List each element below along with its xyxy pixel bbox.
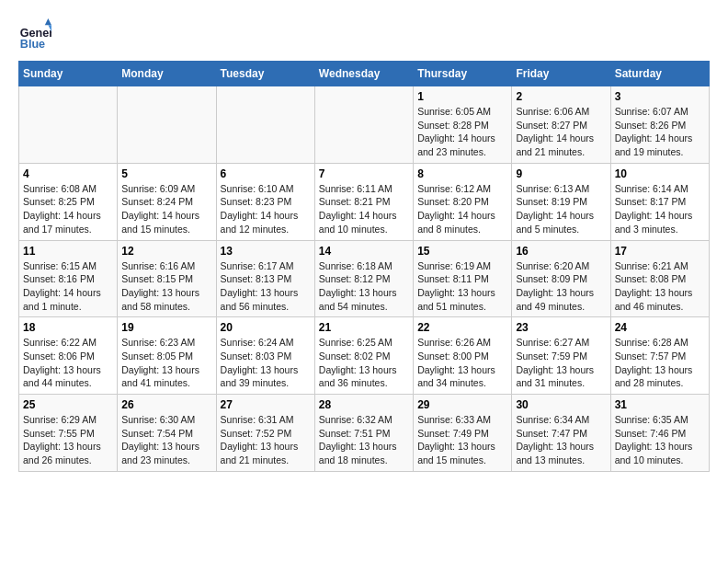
day-number: 16 [516, 245, 606, 258]
day-number: 5 [121, 167, 211, 180]
column-header-saturday: Saturday [610, 62, 709, 86]
column-header-tuesday: Tuesday [216, 62, 314, 86]
column-header-sunday: Sunday [19, 62, 118, 86]
week-row-4: 18Sunrise: 6:22 AM Sunset: 8:06 PM Dayli… [19, 317, 710, 395]
day-number: 13 [221, 245, 311, 258]
calendar-cell [19, 86, 118, 164]
calendar-cell: 4Sunrise: 6:08 AM Sunset: 8:25 PM Daylig… [19, 163, 118, 240]
day-info: Sunrise: 6:33 AM Sunset: 7:49 PM Dayligh… [417, 413, 507, 467]
day-info: Sunrise: 6:34 AM Sunset: 7:47 PM Dayligh… [516, 413, 606, 467]
calendar-cell: 22Sunrise: 6:26 AM Sunset: 8:00 PM Dayli… [414, 317, 512, 395]
calendar-cell: 15Sunrise: 6:19 AM Sunset: 8:11 PM Dayli… [414, 240, 512, 317]
calendar-cell: 29Sunrise: 6:33 AM Sunset: 7:49 PM Dayli… [414, 395, 512, 472]
svg-text:Blue: Blue [20, 38, 45, 51]
day-number: 31 [615, 398, 705, 411]
day-number: 17 [615, 245, 705, 258]
day-info: Sunrise: 6:31 AM Sunset: 7:52 PM Dayligh… [221, 413, 311, 467]
day-info: Sunrise: 6:24 AM Sunset: 8:03 PM Dayligh… [221, 336, 311, 390]
calendar-cell [118, 86, 216, 164]
day-number: 27 [221, 398, 311, 411]
calendar-cell: 11Sunrise: 6:15 AM Sunset: 8:16 PM Dayli… [19, 240, 118, 317]
calendar-cell: 30Sunrise: 6:34 AM Sunset: 7:47 PM Dayli… [512, 395, 610, 472]
calendar-cell: 24Sunrise: 6:28 AM Sunset: 7:57 PM Dayli… [610, 317, 709, 395]
day-number: 14 [319, 245, 409, 258]
page-header: General Blue [18, 18, 710, 52]
calendar-cell: 19Sunrise: 6:23 AM Sunset: 8:05 PM Dayli… [118, 317, 216, 395]
day-number: 23 [516, 321, 606, 334]
calendar-cell: 6Sunrise: 6:10 AM Sunset: 8:23 PM Daylig… [216, 163, 314, 240]
day-number: 8 [417, 167, 507, 180]
day-info: Sunrise: 6:17 AM Sunset: 8:13 PM Dayligh… [221, 259, 311, 314]
logo: General Blue [18, 18, 55, 52]
calendar-cell [314, 86, 413, 164]
calendar-cell: 21Sunrise: 6:25 AM Sunset: 8:02 PM Dayli… [314, 317, 413, 395]
day-info: Sunrise: 6:28 AM Sunset: 7:57 PM Dayligh… [615, 336, 705, 390]
day-number: 9 [516, 167, 606, 180]
day-info: Sunrise: 6:35 AM Sunset: 7:46 PM Dayligh… [615, 413, 705, 467]
svg-marker-2 [45, 18, 51, 25]
calendar-cell: 26Sunrise: 6:30 AM Sunset: 7:54 PM Dayli… [118, 395, 216, 472]
calendar-cell: 17Sunrise: 6:21 AM Sunset: 8:08 PM Dayli… [610, 240, 709, 317]
day-info: Sunrise: 6:11 AM Sunset: 8:21 PM Dayligh… [319, 182, 409, 236]
day-number: 6 [221, 167, 311, 180]
calendar-cell: 13Sunrise: 6:17 AM Sunset: 8:13 PM Dayli… [216, 240, 314, 317]
calendar-cell: 10Sunrise: 6:14 AM Sunset: 8:17 PM Dayli… [610, 163, 709, 240]
day-info: Sunrise: 6:18 AM Sunset: 8:12 PM Dayligh… [319, 259, 409, 314]
day-info: Sunrise: 6:12 AM Sunset: 8:20 PM Dayligh… [417, 182, 507, 236]
week-row-5: 25Sunrise: 6:29 AM Sunset: 7:55 PM Dayli… [19, 395, 710, 472]
day-info: Sunrise: 6:32 AM Sunset: 7:51 PM Dayligh… [319, 413, 409, 467]
day-info: Sunrise: 6:08 AM Sunset: 8:25 PM Dayligh… [23, 182, 113, 236]
week-row-1: 1Sunrise: 6:05 AM Sunset: 8:28 PM Daylig… [19, 86, 710, 164]
calendar-cell: 14Sunrise: 6:18 AM Sunset: 8:12 PM Dayli… [314, 240, 413, 317]
day-info: Sunrise: 6:23 AM Sunset: 8:05 PM Dayligh… [121, 336, 211, 390]
calendar-cell: 23Sunrise: 6:27 AM Sunset: 7:59 PM Dayli… [512, 317, 610, 395]
day-info: Sunrise: 6:06 AM Sunset: 8:27 PM Dayligh… [516, 105, 606, 159]
day-number: 2 [516, 90, 606, 103]
calendar-cell: 5Sunrise: 6:09 AM Sunset: 8:24 PM Daylig… [118, 163, 216, 240]
day-number: 10 [615, 167, 705, 180]
day-number: 15 [417, 245, 507, 258]
calendar-cell: 31Sunrise: 6:35 AM Sunset: 7:46 PM Dayli… [610, 395, 709, 472]
day-info: Sunrise: 6:10 AM Sunset: 8:23 PM Dayligh… [221, 182, 311, 236]
calendar-cell: 28Sunrise: 6:32 AM Sunset: 7:51 PM Dayli… [314, 395, 413, 472]
column-header-friday: Friday [512, 62, 610, 86]
day-number: 12 [121, 245, 211, 258]
day-info: Sunrise: 6:21 AM Sunset: 8:08 PM Dayligh… [615, 259, 705, 314]
calendar-cell: 20Sunrise: 6:24 AM Sunset: 8:03 PM Dayli… [216, 317, 314, 395]
calendar-cell: 3Sunrise: 6:07 AM Sunset: 8:26 PM Daylig… [610, 86, 709, 164]
calendar-cell [216, 86, 314, 164]
day-info: Sunrise: 6:09 AM Sunset: 8:24 PM Dayligh… [121, 182, 211, 236]
day-number: 21 [319, 321, 409, 334]
day-info: Sunrise: 6:26 AM Sunset: 8:00 PM Dayligh… [417, 336, 507, 390]
day-info: Sunrise: 6:30 AM Sunset: 7:54 PM Dayligh… [121, 413, 211, 467]
calendar-cell: 25Sunrise: 6:29 AM Sunset: 7:55 PM Dayli… [19, 395, 118, 472]
day-number: 24 [615, 321, 705, 334]
calendar-body: 1Sunrise: 6:05 AM Sunset: 8:28 PM Daylig… [19, 86, 710, 472]
day-info: Sunrise: 6:14 AM Sunset: 8:17 PM Dayligh… [615, 182, 705, 236]
day-info: Sunrise: 6:29 AM Sunset: 7:55 PM Dayligh… [23, 413, 113, 467]
column-header-monday: Monday [118, 62, 216, 86]
day-info: Sunrise: 6:20 AM Sunset: 8:09 PM Dayligh… [516, 259, 606, 314]
day-info: Sunrise: 6:15 AM Sunset: 8:16 PM Dayligh… [23, 259, 113, 314]
calendar-cell: 12Sunrise: 6:16 AM Sunset: 8:15 PM Dayli… [118, 240, 216, 317]
calendar-cell: 2Sunrise: 6:06 AM Sunset: 8:27 PM Daylig… [512, 86, 610, 164]
column-header-thursday: Thursday [414, 62, 512, 86]
day-number: 4 [23, 167, 113, 180]
day-info: Sunrise: 6:25 AM Sunset: 8:02 PM Dayligh… [319, 336, 409, 390]
column-header-wednesday: Wednesday [314, 62, 413, 86]
day-number: 20 [221, 321, 311, 334]
day-number: 28 [319, 398, 409, 411]
day-number: 3 [615, 90, 705, 103]
day-number: 7 [319, 167, 409, 180]
calendar-cell: 7Sunrise: 6:11 AM Sunset: 8:21 PM Daylig… [314, 163, 413, 240]
day-number: 18 [23, 321, 113, 334]
day-number: 25 [23, 398, 113, 411]
day-number: 30 [516, 398, 606, 411]
day-number: 11 [23, 245, 113, 258]
day-info: Sunrise: 6:07 AM Sunset: 8:26 PM Dayligh… [615, 105, 705, 159]
day-number: 1 [417, 90, 507, 103]
logo-icon: General Blue [18, 18, 51, 52]
day-info: Sunrise: 6:13 AM Sunset: 8:19 PM Dayligh… [516, 182, 606, 236]
day-info: Sunrise: 6:16 AM Sunset: 8:15 PM Dayligh… [121, 259, 211, 314]
week-row-2: 4Sunrise: 6:08 AM Sunset: 8:25 PM Daylig… [19, 163, 710, 240]
